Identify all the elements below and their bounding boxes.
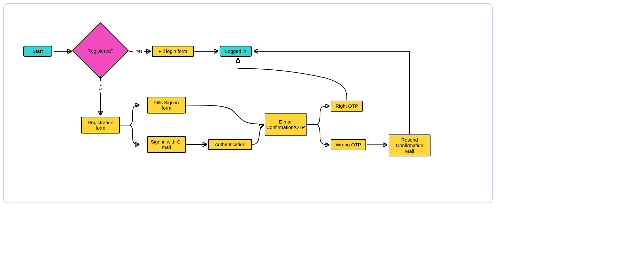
node-registered-decision: Registered? [73, 26, 128, 75]
node-email-confirmation: E-mail Confirmation/OTP [265, 113, 307, 136]
edge-label-no: No [99, 85, 103, 90]
node-wrong-otp: Wrong OTP [331, 139, 366, 150]
diamond-shape [72, 22, 128, 79]
node-right-otp: Right OTP [331, 101, 363, 112]
node-start: Start [23, 46, 52, 57]
node-authentication: Authentication [208, 139, 252, 150]
node-logged-in: Logged in [220, 46, 252, 57]
node-registration-form: Registration form [81, 117, 120, 134]
node-fill-login-form: Fill login form [152, 46, 194, 57]
node-signin-gmail: Sign in with G-mail [147, 136, 186, 153]
node-resend-confirmation: Resend Confirmation Mail [389, 134, 431, 156]
node-fills-signin-form: Fills Sign in form [147, 97, 186, 114]
edge-label-yes: Yes [136, 49, 142, 54]
flowchart-canvas: Start Registered? Yes No Fill login form… [3, 3, 493, 203]
